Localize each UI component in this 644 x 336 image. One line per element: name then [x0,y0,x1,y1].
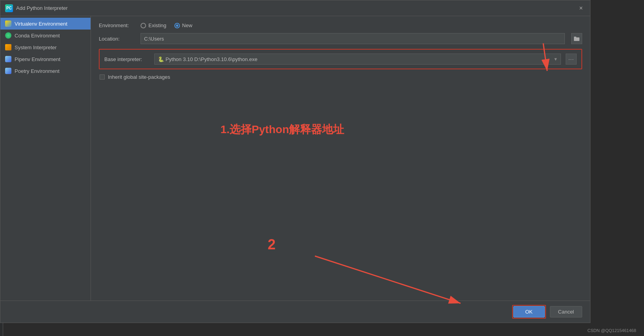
radio-group: Existing New [141,22,192,28]
sidebar: Virtualenv Environment Conda Environment… [0,16,91,301]
radio-existing[interactable]: Existing [141,22,167,28]
environment-row: Environment: Existing New [99,22,582,28]
main-content: Environment: Existing New Location: [91,16,590,301]
sidebar-item-pipenv[interactable]: Pipenv Environment [0,53,91,65]
sidebar-item-system[interactable]: System Interpreter [0,41,91,53]
close-button[interactable]: × [577,4,585,13]
title-bar-left: PC Add Python Interpreter [5,4,68,12]
system-icon [5,44,11,50]
sidebar-label-conda: Conda Environment [15,33,60,39]
svg-rect-1 [574,37,576,38]
svg-rect-0 [574,37,579,41]
inherit-checkbox[interactable] [100,74,105,80]
location-label: Location: [99,36,134,42]
environment-label: Environment: [99,22,134,28]
sidebar-item-virtualenv[interactable]: Virtualenv Environment [0,18,91,30]
location-row: Location: [99,33,582,44]
poetry-icon [5,68,11,74]
pipenv-icon [5,56,11,62]
sidebar-label-pipenv: Pipenv Environment [15,56,60,62]
sidebar-label-poetry: Poetry Environment [15,68,59,74]
virtualenv-icon [5,20,11,27]
browse-button[interactable] [571,33,582,44]
base-interpreter-box: Base interpreter: 🐍 Python 3.10 D:\Pytho… [99,49,582,69]
radio-new-label: New [182,22,192,28]
dialog-body: Virtualenv Environment Conda Environment… [0,16,590,301]
radio-new[interactable]: New [174,22,192,28]
radio-existing-circle [141,23,146,28]
base-interpreter-label: Base interpreter: [104,56,150,62]
pycharm-icon: PC [5,4,13,12]
conda-icon [5,32,11,39]
radio-new-circle [174,23,180,28]
location-input[interactable] [141,33,565,44]
sidebar-item-conda[interactable]: Conda Environment [0,30,91,41]
ok-button-box: OK [512,305,546,319]
interpreter-select-wrapper: 🐍 Python 3.10 D:\Python3.10.6\python.exe… [154,54,561,65]
interpreter-select[interactable]: 🐍 Python 3.10 D:\Python3.10.6\python.exe [154,54,561,65]
more-options-button[interactable]: ··· [566,54,577,65]
watermark: CSDN @QQ1215461468 [587,328,636,333]
folder-icon [574,36,579,41]
dialog-window: PC Add Python Interpreter × Virtualenv E… [0,0,590,323]
radio-existing-label: Existing [148,22,167,28]
cancel-button[interactable]: Cancel [550,306,582,317]
dialog-title: Add Python Interpreter [16,5,68,11]
inherit-row: Inherit global site-packages [99,74,582,80]
sidebar-label-system: System Interpreter [15,45,57,50]
ok-button[interactable]: OK [513,306,545,317]
dialog-footer: OK Cancel [0,301,590,323]
sidebar-item-poetry[interactable]: Poetry Environment [0,65,91,77]
title-bar: PC Add Python Interpreter × [0,0,590,16]
sidebar-label-virtualenv: Virtualenv Environment [15,21,67,27]
inherit-label: Inherit global site-packages [108,74,170,80]
